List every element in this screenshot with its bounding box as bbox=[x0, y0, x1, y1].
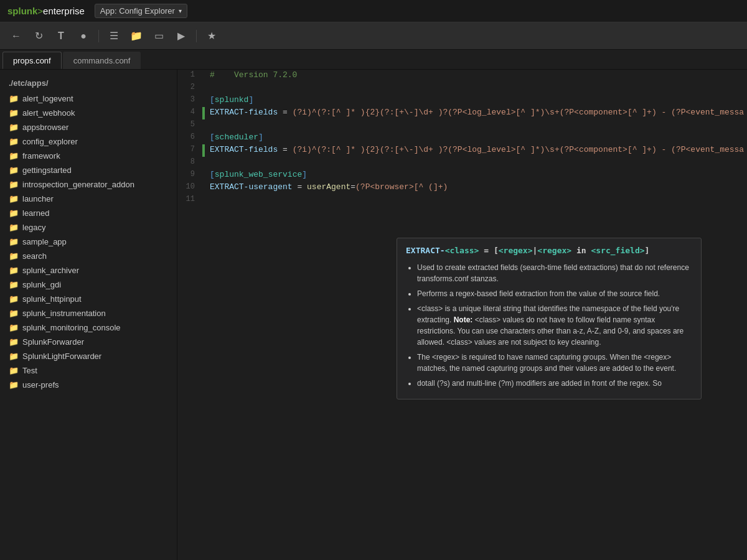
line-content bbox=[210, 82, 747, 93]
sidebar-item-label: SplunkForwarder bbox=[22, 337, 84, 347]
line-gutter bbox=[202, 132, 205, 144]
sidebar-item-search[interactable]: 📁search bbox=[0, 249, 177, 263]
tooltip-title-text: EXTRACT- bbox=[406, 246, 445, 255]
sidebar-item-label: gettingstarted bbox=[22, 166, 72, 175]
sidebar-item-splunk-instrumentation[interactable]: 📁splunk_instrumentation bbox=[0, 306, 177, 320]
code-line-3: 3 [splunkd] bbox=[177, 95, 747, 107]
sidebar-item-framework[interactable]: 📁framework bbox=[0, 149, 177, 163]
line-number: 10 bbox=[177, 182, 202, 191]
folder-icon: 📁 bbox=[9, 309, 19, 318]
line-number: 2 bbox=[177, 82, 202, 91]
line-gutter bbox=[202, 194, 205, 207]
line-number: 11 bbox=[177, 194, 202, 203]
line-content: EXTRACT-fields = (?i)^(?:[^ ]* ){2}(?:[+… bbox=[210, 107, 747, 118]
tooltip-item-5: dotall (?s) and multi-line (?m) modifier… bbox=[417, 378, 692, 389]
app-selector[interactable]: App: Config Explorer ▾ bbox=[95, 4, 187, 18]
back-icon[interactable]: ← bbox=[6, 26, 26, 46]
line-gutter-changed bbox=[202, 144, 205, 157]
sidebar-item-label: Test bbox=[22, 366, 37, 375]
tooltip-item-4: The <regex> is required to have named ca… bbox=[417, 352, 692, 374]
line-number: 3 bbox=[177, 95, 202, 104]
toolbar-separator-2 bbox=[196, 30, 197, 42]
sidebar-item-label: search bbox=[22, 251, 47, 261]
line-gutter bbox=[202, 182, 205, 194]
sidebar-item-test[interactable]: 📁Test bbox=[0, 363, 177, 378]
line-content: [scheduler] bbox=[210, 132, 747, 142]
logo-enterprise: enterprise bbox=[43, 6, 85, 16]
line-number: 8 bbox=[177, 157, 202, 166]
sidebar-item-splunk-httpinput[interactable]: 📁splunk_httpinput bbox=[0, 292, 177, 306]
line-number: 9 bbox=[177, 169, 202, 179]
sidebar-item-label: config_explorer bbox=[22, 137, 78, 146]
line-content: [splunk_web_service] bbox=[210, 169, 747, 180]
pin-icon[interactable]: ● bbox=[73, 26, 93, 46]
folder-icon: 📁 bbox=[9, 223, 19, 232]
sidebar-item-splunk-gdi[interactable]: 📁splunk_gdi bbox=[0, 278, 177, 292]
line-number: 1 bbox=[177, 70, 202, 79]
page-icon[interactable]: ▭ bbox=[149, 26, 169, 46]
sidebar-item-user-prefs[interactable]: 📁user-prefs bbox=[0, 378, 177, 392]
tab-props-conf-label: props.conf bbox=[13, 56, 51, 65]
folder-icon: 📁 bbox=[9, 337, 19, 347]
tab-props-conf[interactable]: props.conf bbox=[2, 52, 62, 69]
folder-icon: 📁 bbox=[9, 108, 19, 118]
sidebar-item-alert-webhook[interactable]: 📁alert_webhook bbox=[0, 106, 177, 120]
bookmark-icon[interactable]: ★ bbox=[202, 26, 222, 46]
sidebar-item-config-explorer[interactable]: 📁config_explorer bbox=[0, 134, 177, 149]
sidebar-item-label: SplunkLightForwarder bbox=[22, 352, 101, 361]
folder-icon: 📁 bbox=[9, 194, 19, 203]
code-line-1: 1 # Version 7.2.0 bbox=[177, 70, 747, 82]
text-icon[interactable]: T bbox=[51, 26, 71, 46]
tooltip-popup: EXTRACT-<class> = [<regex>|<regex> in <s… bbox=[397, 238, 702, 399]
folder-open-icon[interactable]: 📁 bbox=[126, 26, 146, 46]
sidebar-item-label: legacy bbox=[22, 223, 46, 232]
sidebar-item-label: framework bbox=[22, 151, 60, 161]
folder-icon: 📁 bbox=[9, 352, 19, 361]
code-line-6: 6 [scheduler] bbox=[177, 132, 747, 144]
code-line-8: 8 bbox=[177, 157, 747, 169]
sidebar-item-alert-logevent[interactable]: 📁alert_logevent bbox=[0, 91, 177, 106]
sidebar-item-label: splunk_httpinput bbox=[22, 294, 82, 304]
sidebar-item-splunk-monitoring-console[interactable]: 📁splunk_monitoring_console bbox=[0, 320, 177, 335]
sidebar-item-label: splunk_archiver bbox=[22, 266, 79, 275]
list-icon[interactable]: ☰ bbox=[104, 26, 124, 46]
code-line-2: 2 bbox=[177, 82, 747, 95]
sidebar-item-appsbrowser[interactable]: 📁appsbrowser bbox=[0, 120, 177, 134]
line-number: 6 bbox=[177, 132, 202, 141]
sidebar-item-splunk-archiver[interactable]: 📁splunk_archiver bbox=[0, 263, 177, 278]
folder-icon: 📁 bbox=[9, 251, 19, 261]
sidebar-item-label: sample_app bbox=[22, 237, 67, 246]
line-gutter-changed bbox=[202, 107, 205, 119]
line-content: EXTRACT-useragent = userAgent=(?P<browse… bbox=[210, 182, 747, 192]
sidebar-item-legacy[interactable]: 📁legacy bbox=[0, 220, 177, 235]
code-line-10: 10 EXTRACT-useragent = userAgent=(?P<bro… bbox=[177, 182, 747, 194]
chevron-down-icon: ▾ bbox=[179, 7, 182, 14]
refresh-icon[interactable]: ↻ bbox=[29, 26, 49, 46]
tab-commands-conf[interactable]: commands.conf bbox=[63, 52, 141, 69]
tab-commands-conf-label: commands.conf bbox=[73, 56, 131, 65]
folder-icon: 📁 bbox=[9, 208, 19, 218]
line-content: EXTRACT-fields = (?i)^(?:[^ ]* ){2}(?:[+… bbox=[210, 144, 747, 155]
sidebar-item-sample-app[interactable]: 📁sample_app bbox=[0, 235, 177, 249]
tabs-bar: props.conf commands.conf bbox=[0, 50, 747, 70]
play-icon[interactable]: ▶ bbox=[171, 26, 191, 46]
line-number: 5 bbox=[177, 119, 202, 129]
sidebar-item-splunklightforwarder[interactable]: 📁SplunkLightForwarder bbox=[0, 349, 177, 363]
line-content bbox=[210, 157, 747, 167]
sidebar: ./etc/apps/ 📁alert_logevent 📁alert_webho… bbox=[0, 70, 177, 560]
folder-icon: 📁 bbox=[9, 151, 19, 161]
code-line-9: 9 [splunk_web_service] bbox=[177, 169, 747, 182]
sidebar-item-learned[interactable]: 📁learned bbox=[0, 206, 177, 220]
folder-icon: 📁 bbox=[9, 380, 19, 390]
sidebar-item-gettingstarted[interactable]: 📁gettingstarted bbox=[0, 163, 177, 177]
sidebar-item-splunkforwarder[interactable]: 📁SplunkForwarder bbox=[0, 335, 177, 349]
line-gutter bbox=[202, 82, 205, 95]
sidebar-item-launcher[interactable]: 📁launcher bbox=[0, 192, 177, 206]
logo-splunk: splunk bbox=[7, 6, 37, 16]
tooltip-list: Used to create extracted fields (search-… bbox=[406, 262, 692, 389]
app-selector-label: App: Config Explorer bbox=[100, 6, 175, 16]
toolbar-separator bbox=[98, 30, 99, 42]
line-gutter bbox=[202, 95, 205, 107]
folder-icon: 📁 bbox=[9, 123, 19, 132]
sidebar-item-introspection[interactable]: 📁introspection_generator_addon bbox=[0, 177, 177, 192]
